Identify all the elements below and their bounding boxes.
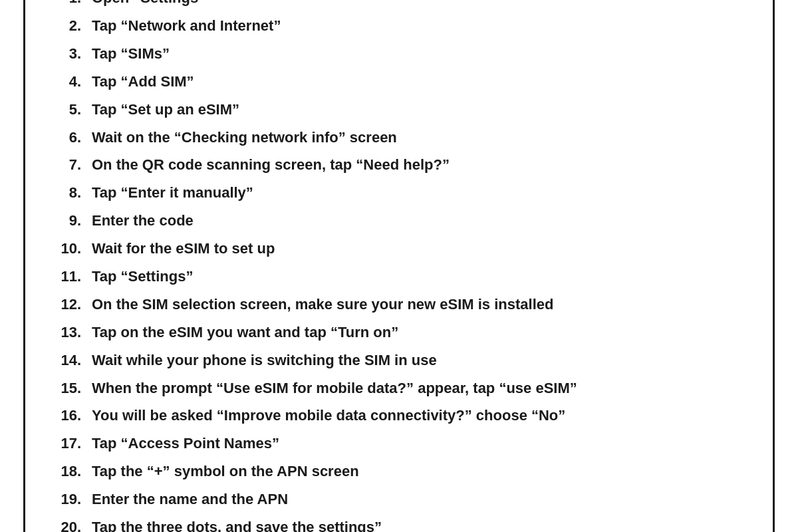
step-text: Open “Settings” [92, 0, 741, 9]
list-item: You will be asked “Improve mobile data c… [52, 405, 741, 426]
list-item: Tap “Settings” [52, 266, 741, 287]
list-item: Tap “Add SIM” [52, 71, 741, 92]
step-text: Enter the name and the APN [92, 489, 741, 510]
step-text: Tap on the eSIM you want and tap “Turn o… [92, 322, 741, 343]
step-text: You will be asked “Improve mobile data c… [92, 405, 741, 426]
list-item: Tap the three dots, and save the setting… [52, 517, 741, 532]
step-text: Tap the “+” symbol on the APN screen [92, 461, 741, 482]
list-item: Wait while your phone is switching the S… [52, 350, 741, 371]
step-text: Tap “Network and Internet” [92, 15, 741, 37]
list-item: Tap on the eSIM you want and tap “Turn o… [52, 322, 741, 343]
list-item: Tap the “+” symbol on the APN screen [52, 461, 741, 482]
step-text: Tap “Add SIM” [92, 71, 741, 92]
step-text: Enter the code [92, 210, 741, 231]
step-text: Tap the three dots, and save the setting… [92, 517, 741, 532]
list-item: When the prompt “Use eSIM for mobile dat… [52, 378, 741, 399]
step-text: Tap “Settings” [92, 266, 741, 287]
list-item: Enter the name and the APN [52, 489, 741, 510]
step-text: Tap “Enter it manually” [92, 182, 741, 203]
instructions-card: Open “Settings”Tap “Network and Internet… [23, 0, 775, 532]
step-text: On the QR code scanning screen, tap “Nee… [92, 154, 741, 176]
list-item: Enter the code [52, 210, 741, 231]
list-item: On the SIM selection screen, make sure y… [52, 294, 741, 315]
step-text: Tap “Set up an eSIM” [92, 99, 741, 120]
step-text: Wait for the eSIM to set up [92, 238, 741, 259]
step-text: Wait on the “Checking network info” scre… [92, 127, 741, 148]
list-item: Tap “Network and Internet” [52, 15, 741, 37]
list-item: Tap “Enter it manually” [52, 182, 741, 203]
list-item: On the QR code scanning screen, tap “Nee… [52, 154, 741, 176]
list-item: Open “Settings” [52, 0, 741, 9]
step-text: When the prompt “Use eSIM for mobile dat… [92, 378, 741, 399]
list-item: Tap “Set up an eSIM” [52, 99, 741, 120]
step-text: Tap “Access Point Names” [92, 433, 741, 454]
step-text: Tap “SIMs” [92, 43, 741, 65]
list-item: Wait for the eSIM to set up [52, 238, 741, 259]
steps-list: Open “Settings”Tap “Network and Internet… [52, 0, 741, 532]
step-text: On the SIM selection screen, make sure y… [92, 294, 741, 315]
list-item: Tap “Access Point Names” [52, 433, 741, 454]
list-item: Tap “SIMs” [52, 43, 741, 65]
list-item: Wait on the “Checking network info” scre… [52, 127, 741, 148]
step-text: Wait while your phone is switching the S… [92, 350, 741, 371]
